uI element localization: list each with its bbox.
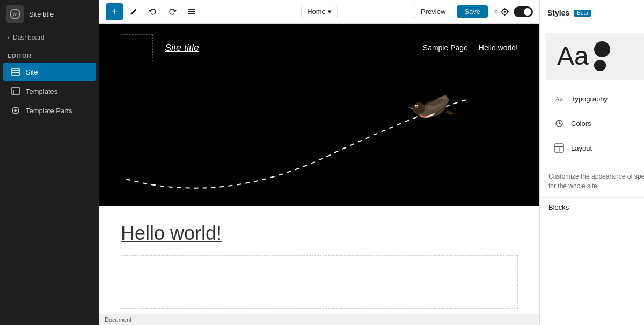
blocks-row[interactable]: Blocks › (540, 197, 644, 217)
post-title: Hello world! (121, 222, 518, 245)
svg-rect-6 (12, 90, 19, 90)
canvas-inner: Site title Sample Page Hello world! (99, 24, 539, 314)
style-option-typography[interactable]: Aa Typography (544, 87, 644, 110)
document-label: Document (105, 316, 131, 323)
add-block-button[interactable]: + (106, 3, 123, 20)
sidebar-item-site-label: Site (26, 68, 38, 76)
toolbar: + Home ▾ Preview Save (99, 0, 539, 24)
main-area: + Home ▾ Preview Save (99, 0, 539, 325)
redo-button[interactable] (164, 3, 181, 20)
svg-point-10 (14, 109, 17, 112)
home-button[interactable]: Home ▾ (301, 5, 338, 18)
home-label: Home (307, 8, 326, 16)
layout-icon (553, 142, 566, 154)
templates-icon (11, 86, 20, 96)
save-button[interactable]: Save (457, 5, 488, 18)
hero-section: Site title Sample Page Hello world! (99, 24, 539, 206)
sidebar-item-site[interactable]: Site (3, 63, 96, 81)
svg-rect-2 (12, 68, 19, 76)
list-view-button[interactable] (183, 3, 200, 20)
canvas[interactable]: Site title Sample Page Hello world! (99, 24, 539, 314)
chevron-left-icon: ‹ (8, 34, 10, 41)
style-preview-typography: Aa (557, 43, 589, 69)
sidebar-item-templates[interactable]: Templates (3, 82, 96, 100)
style-option-layout[interactable]: Layout (544, 136, 644, 160)
toolbar-right: Preview Save (414, 3, 533, 20)
hero-nav-item-2: Hello world! (479, 43, 518, 52)
dropdown-arrow-icon: ▾ (328, 8, 332, 16)
canvas-site-title: Site title (165, 42, 199, 54)
svg-text:Aa: Aa (555, 95, 563, 103)
hero-nav-item-1: Sample Page (423, 43, 468, 52)
right-panel: Styles Beta ⋯ ✕ Aa Aa Typography Colors … (539, 0, 644, 325)
typography-icon: Aa (553, 92, 566, 105)
svg-rect-11 (188, 9, 195, 10)
svg-point-21 (416, 106, 418, 107)
settings-button[interactable] (492, 3, 509, 20)
template-parts-icon (11, 106, 20, 115)
toolbar-center: Home ▾ (301, 5, 338, 18)
svg-rect-26 (559, 146, 560, 152)
customize-description: Customize the appearance of specific blo… (540, 165, 644, 197)
style-option-colors-label: Colors (571, 120, 591, 128)
site-logo-placeholder (121, 34, 153, 61)
sidebar-item-template-parts[interactable]: Template Parts (3, 101, 96, 120)
sidebar-site-title: Site title (29, 10, 54, 18)
hero-navigation: Sample Page Hello world! (423, 43, 518, 52)
svg-rect-13 (188, 13, 195, 14)
svg-rect-12 (188, 11, 195, 12)
wp-logo[interactable]: W (6, 5, 24, 23)
style-option-typography-label: Typography (571, 95, 608, 103)
color-dot-large (594, 41, 610, 57)
colors-icon (553, 117, 566, 130)
sidebar: W Site title ‹ Dashboard Editor Site Tem… (0, 0, 99, 325)
svg-rect-4 (12, 72, 19, 73)
sidebar-header: W Site title (0, 0, 99, 28)
svg-text:W: W (12, 12, 17, 17)
undo-button[interactable] (144, 3, 162, 20)
bird-animation-container (121, 72, 518, 190)
canvas-footer: Document (99, 314, 539, 325)
svg-rect-5 (12, 87, 19, 95)
dashboard-link[interactable]: ‹ Dashboard (0, 28, 99, 47)
style-preview-colors (594, 41, 610, 71)
hero-header: Site title Sample Page Hello world! (121, 34, 518, 61)
editor-section-label: Editor (0, 47, 99, 62)
site-icon (11, 67, 20, 77)
style-preview: Aa (546, 33, 644, 80)
svg-rect-3 (12, 70, 19, 71)
dashboard-link-label: Dashboard (13, 34, 45, 41)
sidebar-item-template-parts-label: Template Parts (26, 107, 72, 115)
beta-badge: Beta (574, 10, 591, 17)
dark-mode-toggle[interactable] (514, 6, 533, 17)
color-dot-small (594, 60, 606, 71)
sidebar-item-templates-label: Templates (26, 87, 57, 95)
panel-title: Styles (547, 9, 569, 17)
style-option-colors[interactable]: Colors (544, 112, 644, 135)
preview-button[interactable]: Preview (414, 5, 452, 18)
content-section: Hello world! (99, 206, 539, 314)
style-option-layout-label: Layout (571, 144, 592, 152)
content-placeholder (121, 255, 518, 309)
panel-header: Styles Beta ⋯ ✕ (540, 0, 644, 26)
edit-mode-button[interactable] (125, 3, 142, 20)
blocks-label: Blocks (548, 203, 569, 211)
